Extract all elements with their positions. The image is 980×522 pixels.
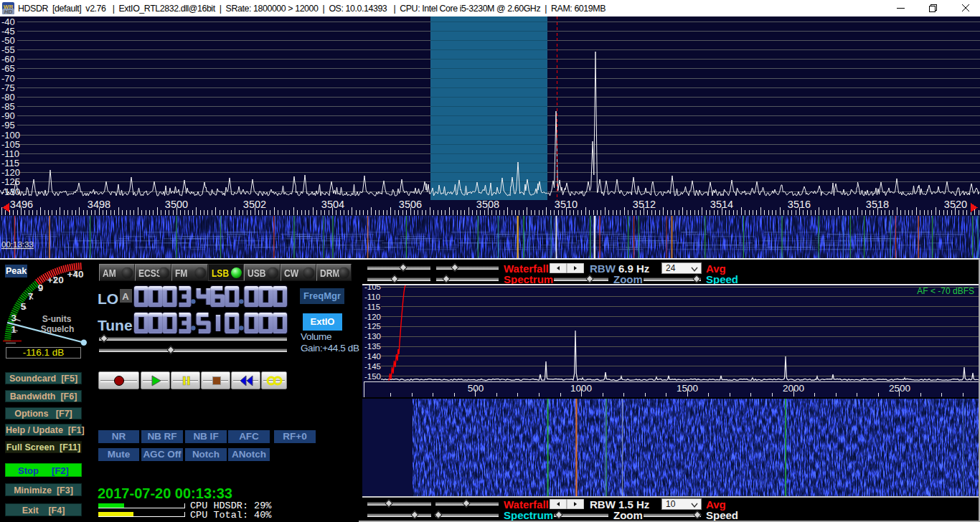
svg-text:3520: 3520 (944, 200, 967, 210)
svg-text:-105: -105 (364, 285, 381, 291)
svg-text:3518: 3518 (866, 200, 889, 210)
svg-text:-115: -115 (364, 303, 380, 311)
svg-text:1500: 1500 (677, 383, 698, 394)
svg-text:1: 1 (11, 324, 17, 335)
svg-text:3502: 3502 (243, 200, 266, 210)
svg-text:3508: 3508 (476, 200, 499, 210)
svg-text:3510: 3510 (555, 200, 578, 210)
svg-text:Tune: Tune (98, 317, 133, 333)
svg-text:-135: -135 (364, 342, 381, 351)
svg-text:3498: 3498 (88, 200, 110, 210)
svg-text:+40: +40 (67, 269, 84, 280)
svg-text:5: 5 (21, 301, 27, 312)
svg-text:-130: -130 (364, 332, 381, 341)
svg-text:00:13:33: 00:13:33 (1, 240, 34, 249)
svg-text:-130: -130 (1, 186, 20, 197)
svg-text:-125: -125 (364, 322, 381, 331)
svg-text:-150: -150 (364, 372, 381, 381)
svg-text:+20: +20 (47, 275, 64, 285)
svg-text:-110: -110 (364, 293, 380, 301)
svg-text:LO: LO (98, 290, 118, 307)
svg-text:3496: 3496 (10, 200, 33, 210)
svg-text:3504: 3504 (321, 200, 344, 210)
svg-text:3512: 3512 (633, 200, 656, 210)
svg-text:1000: 1000 (570, 383, 592, 394)
svg-text:3: 3 (11, 313, 17, 323)
svg-text:HD: HD (4, 9, 13, 14)
svg-text:-140: -140 (364, 352, 381, 361)
svg-text:-145: -145 (364, 362, 381, 371)
svg-text:-120: -120 (364, 313, 381, 321)
svg-text:S-units: S-units (42, 314, 72, 324)
svg-text:3514: 3514 (710, 200, 733, 210)
svg-text:500: 500 (468, 383, 484, 394)
svg-text:3506: 3506 (399, 200, 422, 210)
svg-text:7: 7 (28, 291, 34, 302)
svg-text:3516: 3516 (788, 200, 811, 210)
svg-text:9: 9 (38, 283, 44, 293)
svg-text:AF < -70 dBFS: AF < -70 dBFS (917, 286, 974, 296)
svg-text:2500: 2500 (889, 383, 910, 394)
svg-text:A: A (122, 291, 129, 302)
svg-text:3500: 3500 (165, 200, 188, 210)
svg-text:2000: 2000 (783, 383, 804, 394)
svg-text:Squelch: Squelch (41, 324, 75, 334)
